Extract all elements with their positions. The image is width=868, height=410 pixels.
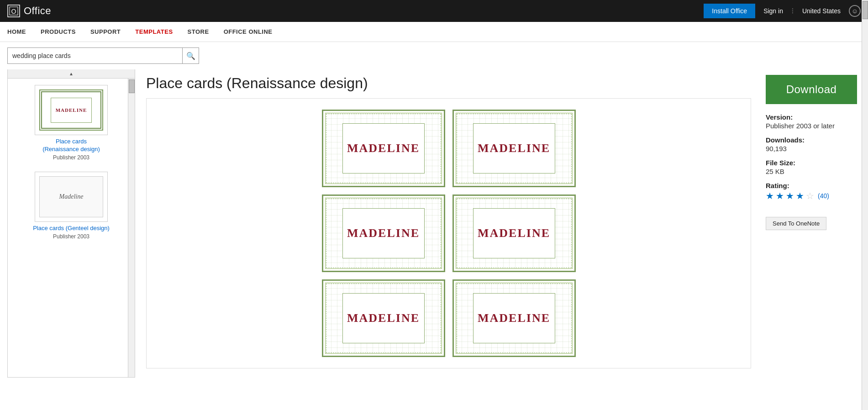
office-logo[interactable]: O Office [7, 5, 51, 17]
card-name-3: MADELINE [347, 226, 420, 240]
place-card-5: MADELINE [322, 279, 445, 357]
card-inner-4: MADELINE [473, 208, 555, 258]
thumb-genteel-name: Madeline [59, 193, 84, 200]
sidebar-item-title-1: Place cards(Renaissance design) [42, 138, 100, 153]
preview-area: Place cards (Renaissance design) MADELIN… [135, 69, 760, 378]
preview-container: MADELINE MADELINE MADELINE [146, 98, 751, 368]
star-5: ☆ [806, 190, 814, 201]
sidebar-item-subtitle-2: Publisher 2003 [53, 233, 89, 240]
svg-text:O: O [11, 8, 16, 15]
card-name-1: MADELINE [347, 142, 420, 155]
nav-item-support[interactable]: SUPPORT [90, 26, 121, 37]
place-card-1: MADELINE [322, 110, 445, 187]
card-inner-2: MADELINE [473, 123, 555, 173]
search-bar-area: 🔍 [0, 42, 868, 69]
send-onenote-button[interactable]: Send To OneNote [766, 217, 826, 230]
rating-count[interactable]: (40) [818, 192, 829, 200]
rating-stars: ★ ★ ★ ★ ☆ (40) [766, 190, 861, 201]
thumb-genteel-card: Madeline [39, 176, 103, 217]
meta-version: Version: Publisher 2003 or later [766, 113, 861, 130]
place-card-2: MADELINE [452, 110, 576, 187]
card-name-2: MADELINE [478, 142, 550, 155]
office-logo-icon: O [7, 5, 20, 17]
nav-item-products[interactable]: PRODUCTS [41, 26, 76, 37]
sidebar-item-subtitle-1: Publisher 2003 [53, 154, 89, 161]
version-value: Publisher 2003 or later [766, 122, 861, 130]
sidebar-items: MADELINE Place cards(Renaissance design)… [8, 79, 135, 246]
downloads-label: Downloads: [766, 136, 861, 144]
sidebar: ▲ MADELINE Place cards(Renaissance desig… [7, 69, 135, 378]
search-button[interactable]: 🔍 [182, 48, 199, 63]
region-text: United States [802, 7, 841, 15]
nav-menu: HOME PRODUCTS SUPPORT TEMPLATES STORE OF… [0, 22, 868, 42]
meta-rating: Rating: ★ ★ ★ ★ ☆ (40) [766, 182, 861, 201]
place-card-4: MADELINE [452, 194, 576, 272]
star-2: ★ [776, 190, 784, 201]
thumb-renaissance-name: MADELINE [56, 107, 87, 113]
install-office-button[interactable]: Install Office [704, 4, 755, 18]
place-card-6: MADELINE [452, 279, 576, 357]
search-icon: 🔍 [186, 52, 195, 60]
place-card-3: MADELINE [322, 194, 445, 272]
top-bar: O Office Install Office Sign in ⁝ United… [0, 0, 868, 22]
top-bar-right: Install Office Sign in ⁝ United States ☺ [704, 4, 861, 18]
meta-downloads: Downloads: 90,193 [766, 136, 861, 152]
sidebar-item-genteel[interactable]: Madeline Place cards (Genteel design) Pu… [11, 169, 131, 242]
nav-item-store[interactable]: STORE [188, 26, 209, 37]
version-label: Version: [766, 113, 861, 121]
search-container: 🔍 [7, 47, 199, 64]
cards-grid: MADELINE MADELINE MADELINE [322, 110, 576, 357]
sidebar-scroll-up[interactable]: ▲ [8, 69, 135, 79]
sidebar-thumbnail-renaissance: MADELINE [35, 85, 108, 135]
nav-item-home[interactable]: HOME [7, 26, 26, 37]
main-content: ▲ MADELINE Place cards(Renaissance desig… [0, 69, 868, 378]
card-inner-5: MADELINE [342, 293, 425, 343]
filesize-label: File Size: [766, 159, 861, 167]
rating-label: Rating: [766, 182, 861, 189]
card-inner-6: MADELINE [473, 293, 555, 343]
thumb-renaissance-card: MADELINE [39, 89, 103, 131]
card-inner-3: MADELINE [342, 208, 425, 258]
star-4: ★ [796, 190, 804, 201]
page-scrollbar-thumb[interactable] [863, 1, 868, 19]
card-name-6: MADELINE [478, 311, 550, 325]
filesize-value: 25 KB [766, 168, 861, 175]
template-title: Place cards (Renaissance design) [146, 75, 751, 92]
card-name-5: MADELINE [347, 311, 420, 325]
nav-item-office-online[interactable]: OFFICE ONLINE [224, 26, 273, 37]
sidebar-thumbnail-genteel: Madeline [35, 172, 108, 222]
sidebar-scrollbar-thumb[interactable] [129, 79, 135, 93]
nav-item-templates[interactable]: TEMPLATES [135, 26, 173, 37]
sidebar-scrollbar[interactable] [128, 79, 135, 377]
thumb-renaissance-inner: MADELINE [51, 98, 92, 123]
sidebar-item-renaissance[interactable]: MADELINE Place cards(Renaissance design)… [11, 82, 131, 163]
card-name-4: MADELINE [478, 226, 550, 240]
star-1: ★ [766, 190, 774, 201]
sign-in-link[interactable]: Sign in [763, 7, 783, 15]
download-button[interactable]: Download [766, 75, 857, 104]
right-panel: Download Version: Publisher 2003 or late… [760, 69, 861, 378]
search-input[interactable] [8, 52, 182, 59]
downloads-value: 90,193 [766, 145, 861, 152]
top-bar-divider: ⁝ [791, 6, 794, 16]
meta-filesize: File Size: 25 KB [766, 159, 861, 175]
page-scrollbar[interactable] [862, 0, 868, 410]
feedback-icon[interactable]: ☺ [849, 5, 861, 17]
card-inner-1: MADELINE [342, 123, 425, 173]
office-logo-text: Office [24, 5, 51, 17]
star-3: ★ [786, 190, 794, 201]
sidebar-item-title-2: Place cards (Genteel design) [33, 225, 110, 232]
